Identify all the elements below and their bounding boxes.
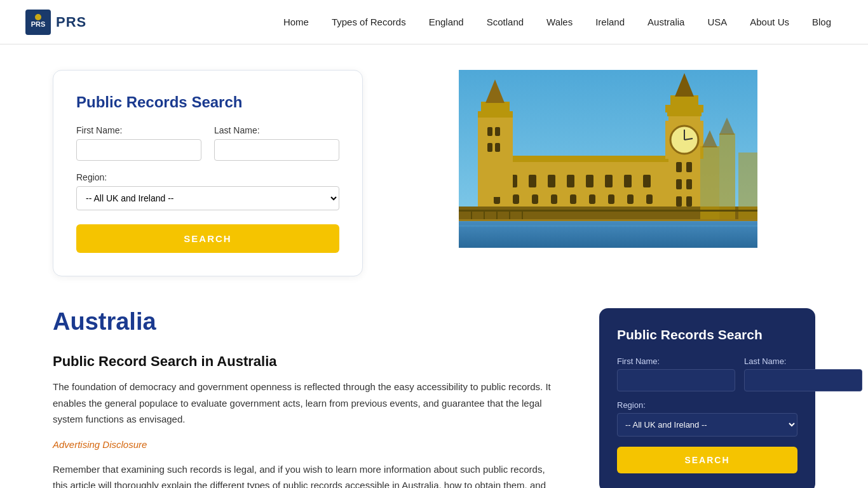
sidebar-region-select[interactable]: -- All UK and Ireland -- England Scotlan…	[617, 413, 797, 437]
svg-rect-14	[567, 175, 574, 187]
navbar: PRS PRS Home Types of Records England Sc…	[0, 0, 868, 44]
svg-rect-35	[495, 143, 500, 152]
nav-types-of-records[interactable]: Types of Records	[320, 0, 417, 44]
svg-rect-47	[686, 162, 692, 172]
svg-rect-15	[586, 175, 593, 187]
hero-firstname-group: First Name:	[76, 125, 201, 161]
svg-rect-26	[627, 194, 634, 204]
svg-rect-48	[676, 179, 682, 189]
sidebar-region-label: Region:	[617, 400, 797, 410]
hero-search-card: Public Records Search First Name: Last N…	[53, 70, 363, 276]
sidebar-lastname-input[interactable]	[744, 369, 862, 391]
svg-rect-27	[646, 194, 653, 204]
svg-rect-6	[459, 225, 757, 227]
svg-rect-33	[495, 127, 500, 136]
hero-region-label: Region:	[76, 172, 339, 182]
main-wrapper: Public Records Search First Name: Last N…	[27, 44, 841, 488]
logo-link[interactable]: PRS PRS	[25, 10, 86, 35]
nav-home[interactable]: Home	[272, 0, 320, 44]
hero-image-svg	[401, 70, 815, 248]
svg-text:PRS: PRS	[31, 20, 46, 28]
svg-rect-17	[624, 175, 632, 187]
hero-search-button[interactable]: SEARCH	[76, 224, 339, 253]
sidebar-search-card: Public Records Search First Name: Last N…	[599, 308, 815, 488]
nav-ireland[interactable]: Ireland	[584, 0, 636, 44]
sidebar-search-button[interactable]: SEARCH	[617, 447, 797, 473]
content-section: Australia Public Record Search in Austra…	[53, 308, 815, 488]
sidebar-region-group: Region: -- All UK and Ireland -- England…	[617, 400, 797, 437]
logo-text: PRS	[56, 14, 86, 30]
sidebar-firstname-group: First Name:	[617, 356, 735, 391]
top-section: Public Records Search First Name: Last N…	[53, 70, 815, 276]
hero-lastname-label: Last Name:	[214, 125, 339, 135]
nav-wales[interactable]: Wales	[535, 0, 584, 44]
logo-icon: PRS	[25, 10, 51, 35]
sidebar-lastname-label: Last Name:	[744, 356, 862, 366]
svg-rect-13	[548, 175, 555, 187]
svg-rect-46	[676, 162, 682, 172]
svg-point-2	[35, 14, 41, 20]
svg-rect-28	[478, 114, 513, 197]
svg-rect-34	[487, 143, 492, 152]
sidebar-firstname-label: First Name:	[617, 356, 735, 366]
section-paragraph1: The foundation of democracy and governme…	[53, 379, 561, 428]
svg-rect-54	[700, 146, 719, 219]
section-paragraph2: Remember that examining such records is …	[53, 461, 561, 489]
hero-image	[401, 70, 815, 248]
content-left: Australia Public Record Search in Austra…	[53, 308, 561, 488]
svg-rect-49	[686, 179, 692, 189]
svg-rect-25	[608, 194, 614, 204]
sidebar-name-row: First Name: Last Name:	[617, 356, 797, 391]
sidebar-firstname-input[interactable]	[617, 369, 735, 391]
svg-rect-51	[686, 196, 692, 207]
sidebar-lastname-group: Last Name:	[744, 356, 862, 391]
hero-region-group: Region: -- All UK and Ireland -- England…	[76, 172, 339, 210]
sidebar-search-title: Public Records Search	[617, 327, 797, 342]
svg-rect-24	[589, 194, 595, 204]
nav-links: Home Types of Records England Scotland W…	[272, 0, 843, 44]
svg-rect-21	[532, 194, 538, 204]
nav-about-us[interactable]: About Us	[738, 0, 801, 44]
hero-lastname-input[interactable]	[214, 139, 339, 161]
svg-rect-12	[529, 175, 536, 187]
hero-lastname-group: Last Name:	[214, 125, 339, 161]
svg-rect-44	[670, 95, 698, 107]
svg-rect-30	[481, 102, 510, 114]
svg-rect-23	[570, 194, 576, 204]
nav-scotland[interactable]: Scotland	[475, 0, 535, 44]
svg-rect-50	[676, 196, 682, 207]
nav-australia[interactable]: Australia	[636, 0, 696, 44]
svg-rect-18	[643, 175, 651, 187]
svg-rect-59	[459, 210, 757, 212]
section-subheading: Public Record Search in Australia	[53, 353, 561, 370]
advertising-disclosure-link[interactable]: Advertising Disclosure	[53, 439, 561, 450]
svg-rect-58	[738, 152, 757, 219]
svg-rect-55	[719, 133, 735, 219]
hero-search-title: Public Records Search	[76, 93, 339, 111]
nav-usa[interactable]: USA	[696, 0, 738, 44]
hero-region-select[interactable]: -- All UK and Ireland -- England Scotlan…	[76, 186, 339, 210]
hero-name-row: First Name: Last Name:	[76, 125, 339, 161]
nav-blog[interactable]: Blog	[801, 0, 843, 44]
svg-rect-22	[551, 194, 557, 204]
nav-england[interactable]: England	[417, 0, 475, 44]
svg-rect-20	[513, 194, 519, 204]
svg-rect-16	[605, 175, 613, 187]
hero-firstname-label: First Name:	[76, 125, 201, 135]
page-heading: Australia	[53, 308, 561, 336]
hero-firstname-input[interactable]	[76, 139, 201, 161]
svg-rect-32	[487, 127, 492, 136]
